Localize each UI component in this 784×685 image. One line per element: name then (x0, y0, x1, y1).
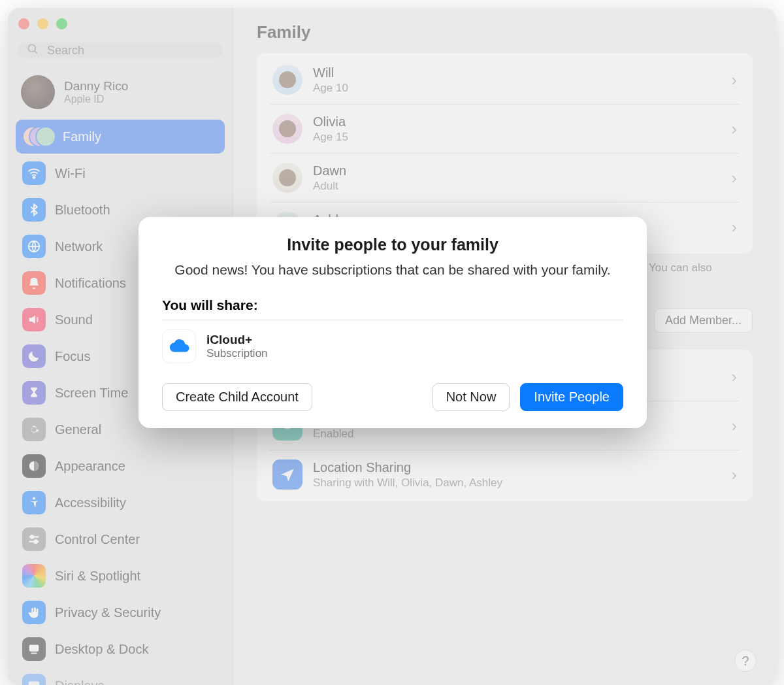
modal-subtitle: Good news! You have subscriptions that c… (162, 261, 623, 279)
icloud-icon (162, 329, 196, 363)
not-now-button[interactable]: Not Now (433, 383, 510, 411)
create-child-account-button[interactable]: Create Child Account (162, 383, 312, 411)
invite-people-button[interactable]: Invite People (520, 383, 623, 411)
invite-family-modal: Invite people to your family Good news! … (139, 217, 647, 428)
share-label: You will share: (162, 297, 623, 313)
modal-title: Invite people to your family (162, 235, 623, 254)
share-item-type: Subscription (206, 347, 268, 360)
settings-window: Danny Rico Apple ID Family Wi-Fi Bluetoo… (8, 8, 776, 685)
share-item-row: iCloud+ Subscription (162, 320, 623, 363)
share-item-name: iCloud+ (206, 333, 268, 347)
